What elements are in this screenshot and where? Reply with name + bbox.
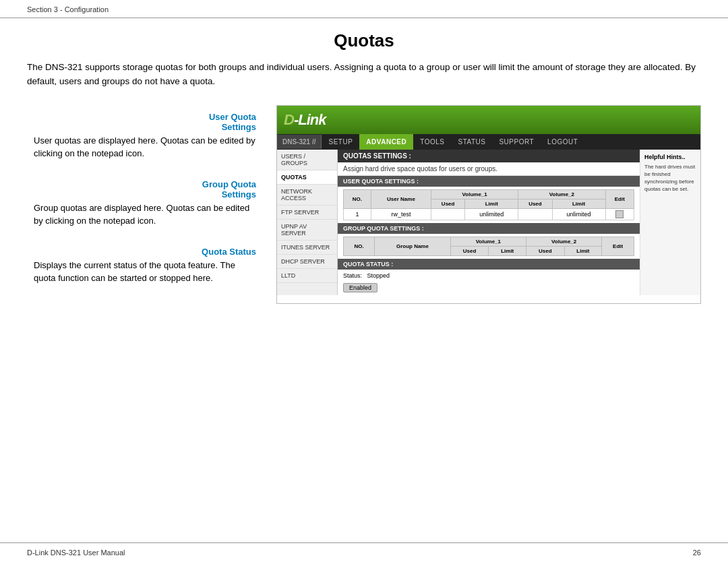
router-body: USERS / GROUPS QUOTAS NETWORK ACCESS FTP… [277,150,700,295]
sidebar-network-access[interactable]: NETWORK ACCESS [277,185,337,206]
doc-header: Section 3 - Configuration [0,0,728,18]
user-quota-label-item: User QuotaSettings User quotas are displ… [27,112,256,160]
screenshot-panel: D-Link DNS-321 // SETUP ADvANceD TOOLS S… [276,105,701,304]
group-quota-table-container: NO. Group Name Volume_1 Volume_2 Edit Us… [338,234,640,259]
status-label: Status: [343,272,362,279]
dlink-logo: D-Link [284,111,326,129]
nav-status[interactable]: STATUS [451,134,492,150]
quota-status-title: Quota Status [27,247,256,257]
user-quota-header: USER QUOTA SETTINGS : [338,176,640,187]
user-quota-table: NO. User Name Volume_1 Volume_2 Edit Use… [343,189,634,220]
footer-left: D-Link DNS-321 User Manual [27,549,125,557]
quotas-settings-desc: Assign hard drive space quotas for users… [338,162,640,176]
sidebar-users-groups[interactable]: USERS / GROUPS [277,150,337,170]
cell-v1-used [431,208,465,220]
nav-setup[interactable]: SETUP [322,134,359,150]
quota-status-label-item: Quota Status Displays the current status… [27,247,256,285]
gcol-volume2: Volume_2 [526,237,602,246]
router-ui: D-Link DNS-321 // SETUP ADvANceD TOOLS S… [277,106,700,295]
group-quota-header: GROUP QUOTA SETTINGS : [338,223,640,234]
intro-text: The DNS-321 supports storage quotas for … [27,61,701,89]
sidebar-quotas[interactable]: QUOTAS [277,170,337,185]
gcol-volume1: Volume_1 [450,237,526,246]
main-content: User QuotaSettings User quotas are displ… [0,105,728,304]
gcol-groupname: Group Name [374,237,450,255]
quotas-settings-header: QUOTAS SETTINGS : [338,150,640,162]
user-quota-table-container: NO. User Name Volume_1 Volume_2 Edit Use… [338,187,640,223]
router-sidebar: USERS / GROUPS QUOTAS NETWORK ACCESS FTP… [277,150,338,295]
nav-advanced[interactable]: ADvANceD [359,134,413,150]
nav-tools[interactable]: TOOLS [413,134,451,150]
footer-right: 26 [693,549,701,557]
group-quota-desc: Group quotas are displayed here. Quotas … [27,201,256,228]
col-edit: Edit [605,189,634,208]
nav-logout[interactable]: LOGOUT [541,134,584,150]
cell-no: 1 [344,208,371,220]
col-volume1: Volume_1 [431,189,518,199]
group-quota-label-item: Group QuotaSettings Group quotas are dis… [27,179,256,228]
labels-column: User QuotaSettings User quotas are displ… [27,105,256,304]
router-main-content: QUOTAS SETTINGS : Assign hard drive spac… [338,150,640,295]
router-header: D-Link [277,106,700,134]
hints-panel: Helpful Hints.. The hard drives must be … [640,150,700,295]
user-quota-desc: User quotas are displayed here. Quotas c… [27,134,256,160]
gcol-v1-used: Used [450,246,489,255]
col-v2-used: Used [518,199,552,208]
enable-button[interactable]: Enabled [343,283,377,292]
gcol-v1-limit: Limit [489,246,526,255]
table-row: 1 rw_test unlimited unlimited [344,208,634,220]
sidebar-ftp-server[interactable]: FTP SERVER [277,206,337,220]
gcol-no: NO. [344,237,375,255]
status-row: Status: Stopped [343,272,634,279]
doc-footer: D-Link DNS-321 User Manual 26 [0,542,728,562]
cell-v2-limit: unlimited [552,208,605,220]
section-label: Section 3 - Configuration [27,5,109,13]
nav-items: SETUP ADvANceD TOOLS STATUS SUPPORT LOGO… [322,134,700,150]
page-title: Quotas [0,30,728,51]
col-username: User Name [371,189,431,208]
router-nav: DNS-321 // SETUP ADvANceD TOOLS STATUS S… [277,134,700,150]
col-no: NO. [344,189,371,208]
gcol-edit: Edit [602,237,634,255]
nav-support[interactable]: SUPPORT [492,134,541,150]
cell-username: rw_test [371,208,431,220]
col-v1-limit: Limit [465,199,518,208]
quota-status-desc: Displays the current status of the quota… [27,259,256,285]
edit-icon[interactable] [615,210,624,218]
col-v2-limit: Limit [552,199,605,208]
user-quota-title: User QuotaSettings [27,112,256,132]
col-v1-used: Used [431,199,465,208]
sidebar-dhcp-server[interactable]: DHCP SERVER [277,255,337,269]
gcol-v2-limit: Limit [564,246,602,255]
cell-edit[interactable] [605,208,634,220]
group-quota-title: Group QuotaSettings [27,179,256,199]
cell-v1-limit: unlimited [465,208,518,220]
sidebar-itunes-server[interactable]: iTunes SERVER [277,241,337,255]
gcol-v2-used: Used [526,246,565,255]
quota-status-section: Status: Stopped Enabled [338,270,640,295]
quota-status-header: QUOTA STATUS : [338,259,640,270]
model-id: DNS-321 // [277,135,322,149]
hints-text: The hard drives must be finished synchro… [644,163,696,193]
status-value: Stopped [367,272,390,279]
hints-title: Helpful Hints.. [644,154,696,160]
sidebar-upnp-server[interactable]: UPnP AV SERVER [277,220,337,241]
col-volume2: Volume_2 [518,189,605,199]
sidebar-lltd[interactable]: LLTD [277,269,337,283]
group-quota-table: NO. Group Name Volume_1 Volume_2 Edit Us… [343,237,634,256]
cell-v2-used [518,208,552,220]
